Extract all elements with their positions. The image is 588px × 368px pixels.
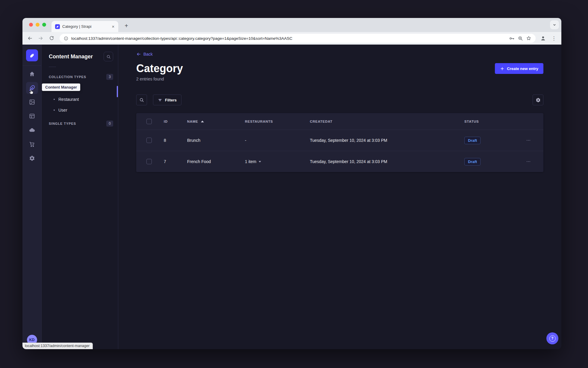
tab-strip: Category | Strapi × + bbox=[22, 18, 561, 32]
view-settings-button[interactable] bbox=[533, 95, 543, 105]
filter-icon bbox=[158, 98, 162, 102]
content-manager-tooltip: Content Manager bbox=[42, 83, 80, 91]
sidebar-item-label: Restaurant bbox=[58, 97, 79, 102]
cell-name: French Food bbox=[187, 159, 245, 164]
layout-icon bbox=[29, 113, 35, 119]
close-tab-icon[interactable]: × bbox=[110, 24, 116, 29]
zoom-in-icon[interactable] bbox=[518, 36, 523, 41]
tab-title: Category | Strapi bbox=[62, 24, 108, 29]
row-actions-button[interactable] bbox=[524, 136, 533, 145]
cell-name: Brunch bbox=[187, 138, 245, 143]
column-header-createdat[interactable]: CREATEDAT bbox=[310, 120, 464, 123]
status-badge: Draft bbox=[464, 137, 481, 144]
entries-count: 2 entries found bbox=[136, 77, 543, 81]
status-badge: Draft bbox=[464, 158, 481, 165]
ellipsis-icon bbox=[526, 138, 531, 143]
close-window-button[interactable] bbox=[29, 23, 33, 27]
nav-deploy-button[interactable] bbox=[26, 124, 38, 136]
profile-button[interactable] bbox=[539, 34, 548, 43]
zoom-window-button[interactable] bbox=[42, 23, 46, 27]
collection-types-count-badge: 3 bbox=[106, 74, 113, 80]
browser-toolbar: localhost:1337/admin/content-manager/col… bbox=[22, 32, 561, 45]
bullet-icon bbox=[54, 99, 55, 100]
search-icon bbox=[139, 98, 144, 102]
search-icon bbox=[106, 54, 111, 59]
rail-divider bbox=[22, 66, 42, 66]
strapi-logo-icon bbox=[29, 52, 35, 58]
nav-settings-button[interactable] bbox=[26, 152, 38, 164]
cell-createdat: Tuesday, September 10, 2024 at 3:03 PM bbox=[310, 138, 464, 143]
strapi-app: KD Content Manager COLLECTION TYPES 3 Ca… bbox=[22, 45, 561, 349]
row-checkbox[interactable] bbox=[146, 138, 152, 143]
column-header-name[interactable]: NAME bbox=[187, 120, 245, 123]
sidebar-item-user[interactable]: User bbox=[49, 105, 113, 115]
home-icon bbox=[29, 71, 35, 77]
gear-icon bbox=[536, 98, 541, 103]
table-row[interactable]: 7 French Food 1 item Tuesday, September … bbox=[136, 151, 543, 172]
row-checkbox[interactable] bbox=[146, 159, 152, 164]
arrow-left-icon bbox=[27, 36, 33, 41]
nav-content-type-builder-button[interactable] bbox=[26, 110, 38, 122]
strapi-logo[interactable] bbox=[26, 49, 38, 61]
question-mark-icon: ? bbox=[549, 335, 556, 342]
page-title: Category bbox=[136, 63, 183, 74]
collection-types-section-header[interactable]: COLLECTION TYPES 3 bbox=[49, 74, 113, 80]
ellipsis-icon bbox=[526, 159, 531, 164]
url-bar[interactable]: localhost:1337/admin/content-manager/col… bbox=[60, 34, 536, 43]
create-new-entry-label: Create new entry bbox=[507, 66, 538, 71]
mouse-cursor-hand-icon bbox=[28, 89, 34, 95]
back-link[interactable]: Back bbox=[136, 52, 153, 57]
cell-createdat: Tuesday, September 10, 2024 at 3:03 PM bbox=[310, 159, 464, 164]
reload-icon bbox=[49, 36, 54, 41]
page-info-icon[interactable] bbox=[64, 36, 68, 41]
nav-media-library-button[interactable] bbox=[26, 96, 38, 108]
subnav-search-button[interactable] bbox=[104, 52, 113, 61]
back-nav-button[interactable] bbox=[25, 34, 34, 43]
gear-icon bbox=[29, 155, 35, 161]
cell-restaurants[interactable]: 1 item bbox=[245, 159, 310, 164]
back-label: Back bbox=[143, 52, 153, 57]
sidebar-item-label: User bbox=[58, 108, 67, 112]
reload-button[interactable] bbox=[47, 34, 56, 43]
column-header-id[interactable]: ID bbox=[164, 120, 187, 123]
arrow-left-icon bbox=[136, 52, 141, 57]
column-header-restaurants: RESTAURANTS bbox=[245, 120, 310, 123]
collection-types-label: COLLECTION TYPES bbox=[49, 75, 86, 79]
cell-restaurants: - bbox=[245, 138, 310, 143]
table-search-button[interactable] bbox=[136, 95, 147, 105]
table-header-row: ID NAME RESTAURANTS CREATEDAT STATUS bbox=[136, 113, 543, 130]
help-button[interactable]: ? bbox=[546, 332, 558, 344]
nav-marketplace-button[interactable] bbox=[26, 138, 38, 150]
table-row[interactable]: 8 Brunch - Tuesday, September 10, 2024 a… bbox=[136, 130, 543, 151]
column-header-status: STATUS bbox=[464, 120, 522, 123]
browser-menu-button[interactable]: ⋮ bbox=[549, 34, 558, 43]
expand-relation-icon bbox=[259, 161, 261, 162]
link-preview-statusbar: localhost:1337/admin/content-manager bbox=[22, 343, 93, 349]
minimize-window-button[interactable] bbox=[36, 23, 40, 27]
new-tab-button[interactable]: + bbox=[122, 22, 130, 30]
nav-home-button[interactable] bbox=[26, 68, 38, 80]
subnav-title: Content Manager bbox=[49, 54, 93, 60]
select-all-checkbox[interactable] bbox=[146, 119, 152, 124]
sidebar-item-restaurant[interactable]: Restaurant bbox=[49, 94, 113, 105]
single-types-label: SINGLE TYPES bbox=[49, 122, 76, 125]
bookmark-star-icon[interactable] bbox=[526, 36, 531, 41]
tab-search-button[interactable] bbox=[550, 20, 559, 29]
strapi-favicon bbox=[55, 24, 60, 29]
single-types-section-header[interactable]: SINGLE TYPES 0 bbox=[49, 120, 113, 127]
row-actions-button[interactable] bbox=[524, 157, 533, 166]
browser-tab[interactable]: Category | Strapi × bbox=[51, 21, 118, 32]
url-text[interactable]: localhost:1337/admin/content-manager/col… bbox=[71, 36, 506, 41]
arrow-right-icon bbox=[38, 36, 43, 41]
chevron-down-icon bbox=[552, 23, 557, 27]
create-new-entry-button[interactable]: Create new entry bbox=[495, 63, 543, 74]
toolbar-right: ⋮ bbox=[539, 34, 558, 43]
forward-nav-button[interactable] bbox=[36, 34, 45, 43]
entries-table: ID NAME RESTAURANTS CREATEDAT STATUS 8 B… bbox=[136, 113, 543, 172]
filters-button[interactable]: Filters bbox=[153, 95, 181, 105]
password-key-icon[interactable] bbox=[509, 36, 515, 41]
bullet-icon bbox=[54, 110, 55, 111]
main-content: Back Category Create new entry 2 entries… bbox=[118, 45, 561, 349]
plus-icon bbox=[500, 66, 504, 71]
subnav-divider bbox=[49, 67, 56, 67]
